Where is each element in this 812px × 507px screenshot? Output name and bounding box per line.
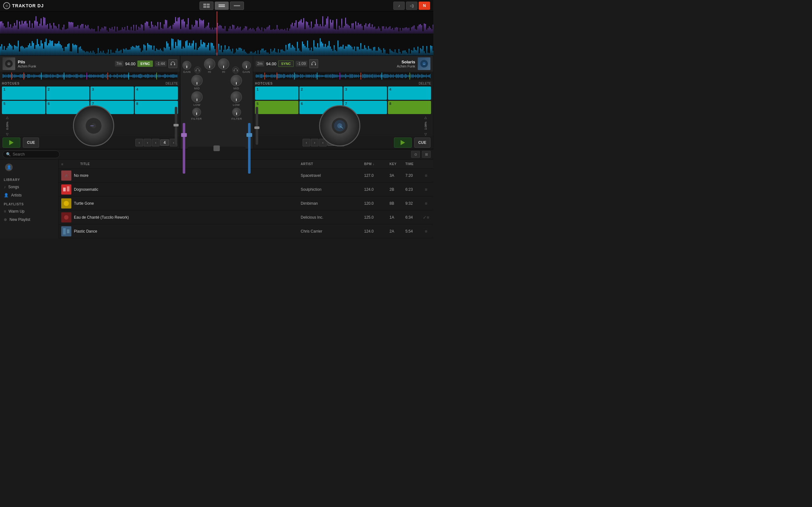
deck-left-hotcue-1[interactable]: 1: [2, 87, 45, 100]
deck-right-delete-btn[interactable]: DELETE: [419, 82, 431, 85]
mixer-channel-fader-left-thumb[interactable]: [181, 133, 187, 137]
deck-left-cue-btn[interactable]: CUE: [23, 137, 39, 148]
one-deck-view-btn[interactable]: [230, 2, 244, 10]
sidebar-item-warm-up[interactable]: ≡ Warm Up: [0, 207, 58, 216]
mixer-low-left-knob[interactable]: [191, 91, 203, 103]
deck-right-headphone-btn[interactable]: [309, 59, 318, 68]
deck-right-hotcue-1[interactable]: 1: [255, 87, 299, 100]
mixer-channel-fader-right-track[interactable]: [248, 123, 251, 174]
deck-right-loop-prev[interactable]: ‹: [303, 139, 310, 147]
deck-right-tempo-up[interactable]: △: [422, 114, 429, 120]
deck-left-mini-waveform[interactable]: [0, 72, 180, 80]
track-row[interactable]: 🎵 No more Spacetravel 127.0 3A 7:20 ≡: [59, 169, 433, 182]
track-row[interactable]: Plastic Dance Chris Carrier 124.0 2A 5:5…: [59, 224, 433, 238]
mixer-mid-left-label: MID: [194, 87, 200, 90]
deck-right-cue-btn[interactable]: CUE: [414, 137, 430, 148]
track-list-area: ≡ TITLE ARTIST BPM ↓ KEY TIME 🎵 No more …: [59, 160, 433, 238]
track-1-artist: Spacetravel: [301, 173, 364, 178]
deck-right-sync-btn[interactable]: SYNC: [278, 60, 294, 67]
crossfader-track[interactable]: [188, 147, 246, 150]
deck-left-delete-btn[interactable]: DELETE: [165, 82, 178, 85]
deck-left-hotcue-3[interactable]: 3: [90, 87, 134, 100]
deck-left-hotcue-4[interactable]: 4: [135, 87, 178, 100]
mixer-channel-fader-left-track[interactable]: [183, 123, 185, 174]
deck-left-hotcue-2[interactable]: 2: [46, 87, 90, 100]
deck-right-hotcue-3[interactable]: 3: [344, 87, 387, 100]
mixer-headphone-left[interactable]: [194, 66, 201, 73]
deck-left-header: DJ Pils Achim Funk 7m 94.00 SYNC -1:44: [0, 56, 180, 72]
mixer-mid-right-knob[interactable]: [231, 75, 242, 86]
deck-left-headphone-btn[interactable]: [168, 59, 177, 68]
col-artist-header: ARTIST: [301, 162, 364, 166]
track-1-key: 3A: [390, 173, 405, 178]
library-view-btn-1[interactable]: ⊙: [411, 151, 420, 158]
logo-icon: ◎: [3, 2, 10, 9]
track-1-menu-icon[interactable]: ≡: [425, 173, 427, 178]
track-5-title-col: Plastic Dance: [61, 226, 301, 236]
mixer-mid-left-knob[interactable]: [191, 75, 203, 86]
deck-left-pitch-track[interactable]: [175, 107, 177, 145]
track-row[interactable]: Turtle Gone Dimbiman 120.0 8B 9:32 ≡: [59, 196, 433, 210]
deck-left-pitch-fader[interactable]: [175, 107, 177, 145]
mixer-filter-left-knob[interactable]: [192, 108, 201, 117]
deck-left-play-btn[interactable]: [3, 137, 20, 148]
search-input[interactable]: [13, 152, 56, 157]
mixer-channel-fader-right-thumb[interactable]: [247, 133, 252, 137]
crossfader-thumb[interactable]: [213, 146, 220, 151]
track-2-menu-icon[interactable]: ≡: [425, 187, 427, 192]
mixer-gain-right-knob[interactable]: [242, 61, 251, 70]
track-4-key: 1A: [390, 215, 405, 220]
two-deck-view-btn[interactable]: [215, 2, 229, 10]
filter-icon[interactable]: ≡: [61, 162, 67, 166]
deck-right-pitch-thumb[interactable]: [254, 126, 259, 129]
deck-left-loop-back[interactable]: ‹: [152, 139, 159, 147]
mixer-hi-left-knob[interactable]: [204, 58, 215, 70]
deck-right-pitch-track[interactable]: [256, 107, 258, 145]
track-row[interactable]: Dognosematic Soulphiction 124.0 2B 6:23 …: [59, 182, 433, 196]
track-row[interactable]: Eau de Chanté (Tuccilo Rework) Delicious…: [59, 210, 433, 224]
track-3-menu-icon[interactable]: ≡: [425, 201, 427, 206]
track-2-key: 2B: [390, 187, 405, 192]
deck-left-loop-next[interactable]: ›: [144, 139, 151, 147]
svg-rect-17: [234, 70, 235, 71]
deck-left-turntable[interactable]: [73, 105, 114, 147]
col-bpm-header[interactable]: BPM ↓: [364, 162, 390, 166]
deck-left-sync-btn[interactable]: SYNC: [137, 60, 153, 67]
track-4-menu-icon[interactable]: ✓≡: [423, 215, 429, 220]
sidebar-item-artists[interactable]: 👤 Artists: [0, 191, 58, 199]
deck-right-header: 2m 94.00 SYNC -1:09 Solaris Achim Funk ⟵: [253, 56, 433, 72]
deck-right-hotcue-4[interactable]: 4: [388, 87, 432, 100]
deck-left-pitch-thumb[interactable]: [173, 124, 179, 126]
library-section: 🔍 ⊙ ⊞ 👤 LIBRARY ♪ Songs 👤 Artists PLAYLI…: [0, 149, 433, 238]
waveform-area[interactable]: [0, 11, 433, 56]
settings-btn[interactable]: N: [419, 2, 430, 10]
deck-right-mini-waveform[interactable]: [253, 72, 433, 80]
track-1-bpm: 127.0: [364, 173, 390, 178]
track-2-actions: ≡: [421, 187, 431, 192]
mixer-low-right-knob[interactable]: [231, 91, 242, 103]
deck-left-loop-prev[interactable]: ‹: [136, 139, 143, 147]
user-icon[interactable]: 👤: [5, 164, 13, 171]
mixer-hi-right-knob[interactable]: [218, 58, 229, 70]
deck-left-time-display: 7m: [115, 61, 123, 66]
four-deck-view-btn[interactable]: [200, 2, 213, 10]
deck-right-play-btn[interactable]: [394, 137, 412, 148]
mixer-gain-left-knob[interactable]: [183, 61, 191, 70]
track-5-menu-icon[interactable]: ≡: [425, 229, 427, 234]
track-2-bpm: 124.0: [364, 187, 390, 192]
deck-right-loop-next[interactable]: ›: [311, 139, 318, 147]
music-btn[interactable]: ♪: [393, 2, 405, 10]
sidebar-item-new-playlist[interactable]: ⊕ New Playlist: [0, 216, 58, 224]
volume-btn[interactable]: ◁): [406, 2, 417, 10]
mixer-headphone-right[interactable]: [232, 66, 239, 73]
deck-right-hotcue-2[interactable]: 2: [299, 87, 343, 100]
deck-right-turntable[interactable]: [319, 105, 360, 147]
mixer-channel-fader-left[interactable]: [182, 123, 186, 174]
mixer-channel-fader-right[interactable]: [247, 123, 252, 174]
mixer-hi-left-group: HI: [204, 58, 215, 73]
deck-left-tempo-up[interactable]: △: [4, 114, 10, 120]
library-view-btn-2[interactable]: ⊞: [422, 151, 431, 158]
deck-right-pitch-fader[interactable]: [256, 107, 258, 145]
mixer-filter-right-knob[interactable]: [232, 108, 241, 117]
sidebar-item-songs[interactable]: ♪ Songs: [0, 183, 58, 191]
